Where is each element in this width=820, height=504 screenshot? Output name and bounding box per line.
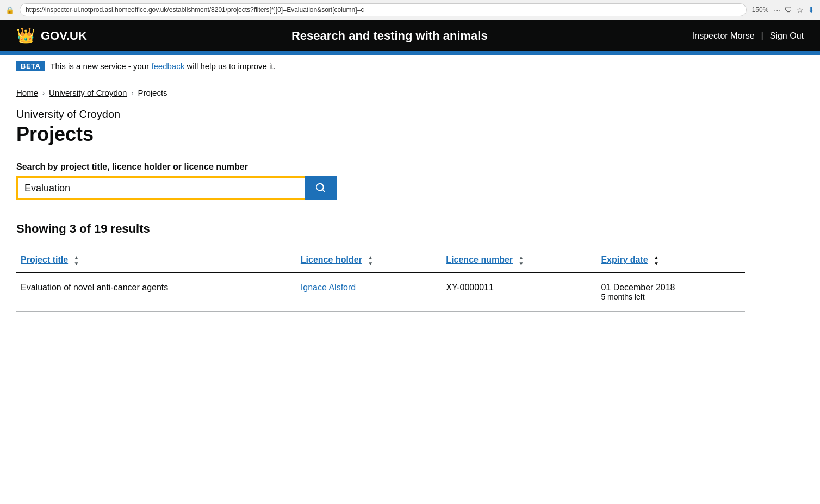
expiry-date-main: 01 December 2018 <box>601 283 741 293</box>
expiry-date-remaining: 5 months left <box>601 293 741 301</box>
page-title: Projects <box>16 123 745 146</box>
sort-arrows-licence-holder: ▲▼ <box>368 254 373 266</box>
search-label: Search by project title, licence holder … <box>16 162 745 172</box>
browser-url-bar[interactable]: https://inspector-ui.notprod.asl.homeoff… <box>20 3 747 16</box>
govuk-logo: 👑 GOV.UK <box>16 27 87 45</box>
chevron-icon-1: › <box>42 89 45 97</box>
star-icon[interactable]: ☆ <box>797 5 804 14</box>
breadcrumb: Home › University of Croydon › Projects <box>16 88 745 97</box>
licence-holder-link[interactable]: Ignace Alsford <box>301 283 356 292</box>
table-header-row: Project title ▲▼ Licence holder ▲▼ Licen… <box>16 249 745 272</box>
header-nav: Inspector Morse | Sign Out <box>692 31 804 41</box>
search-form <box>16 176 337 200</box>
beta-text: This is a new service - your feedback wi… <box>50 61 275 71</box>
results-count: Showing 3 of 19 results <box>16 222 745 236</box>
col-licence-holder[interactable]: Licence holder ▲▼ <box>296 249 442 272</box>
projects-table: Project title ▲▼ Licence holder ▲▼ Licen… <box>16 249 745 312</box>
breadcrumb-establishment[interactable]: University of Croydon <box>49 88 127 97</box>
shield-icon: 🛡 <box>785 5 792 14</box>
service-title: Research and testing with animals <box>291 29 488 43</box>
search-icon <box>315 182 327 194</box>
search-input[interactable] <box>16 176 305 200</box>
chevron-icon-2: › <box>131 89 133 97</box>
sort-project-title-link[interactable]: Project title <box>21 255 68 264</box>
col-licence-number[interactable]: Licence number ▲▼ <box>442 249 597 272</box>
govuk-logo-text: GOV.UK <box>41 29 87 43</box>
search-button[interactable] <box>305 176 337 200</box>
header-user-name: Inspector Morse <box>692 31 755 41</box>
browser-chrome: 🔒 https://inspector-ui.notprod.asl.homeo… <box>0 0 820 20</box>
browser-toolbar-icons: ··· 🛡 ☆ ⬇ <box>774 5 815 14</box>
browser-security-icon: 🔒 <box>5 6 14 14</box>
sort-arrows-project-title: ▲▼ <box>74 254 79 266</box>
cell-expiry-date: 01 December 2018 5 months left <box>597 272 745 312</box>
sort-arrows-licence-number: ▲▼ <box>519 254 524 266</box>
blue-accent-bar <box>0 51 820 55</box>
govuk-header: 👑 GOV.UK Research and testing with anima… <box>0 20 820 51</box>
sort-licence-holder-link[interactable]: Licence holder <box>301 255 362 264</box>
download-icon: ⬇ <box>808 5 815 14</box>
crown-icon: 👑 <box>16 27 35 45</box>
col-expiry-date[interactable]: Expiry date ▲▼ <box>597 249 745 272</box>
sign-out-link[interactable]: Sign Out <box>770 31 804 41</box>
sort-licence-number-link[interactable]: Licence number <box>446 255 513 264</box>
sort-expiry-date-link[interactable]: Expiry date <box>601 255 648 264</box>
beta-banner: BETA This is a new service - your feedba… <box>0 55 820 77</box>
feedback-link[interactable]: feedback <box>151 61 184 71</box>
browser-zoom: 150% <box>752 6 769 14</box>
header-divider: | <box>761 31 763 41</box>
cell-project-title: Evaluation of novel anti-cancer agents <box>16 272 296 312</box>
breadcrumb-current: Projects <box>138 88 167 97</box>
col-project-title[interactable]: Project title ▲▼ <box>16 249 296 272</box>
sort-arrows-expiry-date: ▲▼ <box>654 254 659 266</box>
more-options-icon[interactable]: ··· <box>774 5 780 14</box>
cell-licence-holder: Ignace Alsford <box>296 272 442 312</box>
beta-tag: BETA <box>16 61 45 71</box>
table-row: Evaluation of novel anti-cancer agents I… <box>16 272 745 312</box>
breadcrumb-home[interactable]: Home <box>16 88 38 97</box>
page-subtitle: University of Croydon <box>16 108 745 121</box>
cell-licence-number: XY-0000011 <box>442 272 597 312</box>
main-content: Home › University of Croydon › Projects … <box>0 77 761 333</box>
